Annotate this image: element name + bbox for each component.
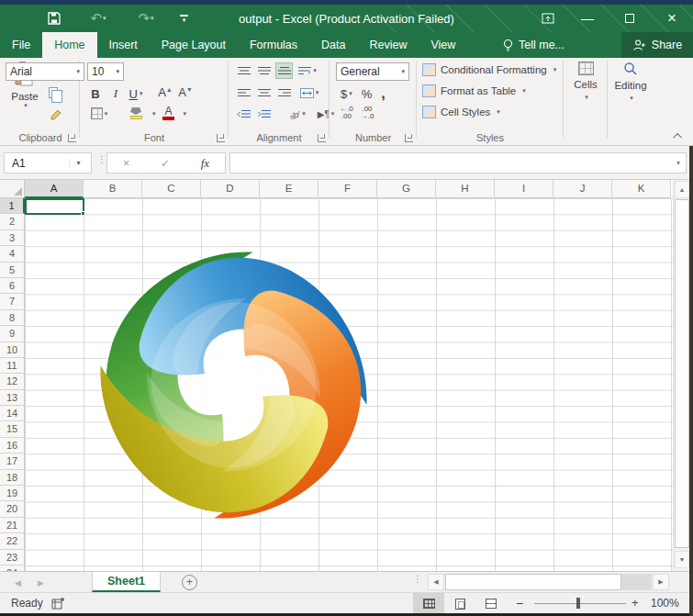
row-header[interactable]: 5: [0, 263, 25, 278]
row-header[interactable]: 10: [0, 342, 25, 358]
save-icon[interactable]: [40, 7, 68, 29]
formula-input[interactable]: [230, 156, 671, 170]
column-header[interactable]: H: [436, 180, 495, 198]
row-header[interactable]: 8: [0, 310, 25, 326]
decrease-decimal-button[interactable]: .00→.0: [361, 106, 374, 120]
font-color-button[interactable]: A: [160, 106, 178, 121]
active-cell-selection[interactable]: [25, 198, 84, 215]
alignment-dialog-launcher[interactable]: [318, 134, 326, 142]
zoom-in-button[interactable]: +: [632, 596, 639, 610]
row-header[interactable]: 16: [0, 438, 25, 454]
cells-button[interactable]: Cells ▾: [565, 62, 606, 131]
vertical-scroll-thumb[interactable]: [675, 199, 689, 548]
row-header[interactable]: 11: [0, 358, 25, 374]
select-all-corner[interactable]: [0, 180, 25, 198]
row-header[interactable]: 6: [0, 278, 25, 294]
fill-handle[interactable]: [81, 211, 85, 216]
zoom-slider-thumb[interactable]: [576, 598, 580, 609]
align-right-button[interactable]: [275, 84, 293, 101]
number-format-select[interactable]: General▾: [336, 62, 409, 81]
column-header[interactable]: J: [553, 180, 612, 198]
next-sheet-button[interactable]: ▶: [38, 578, 44, 588]
normal-view-button[interactable]: [413, 593, 444, 614]
bold-button[interactable]: B: [86, 84, 105, 103]
column-header[interactable]: E: [260, 180, 319, 198]
maximize-button[interactable]: [609, 5, 651, 32]
swirl-logo-image[interactable]: [85, 241, 382, 530]
row-header[interactable]: 2: [0, 214, 25, 230]
horizontal-scrollbar[interactable]: ◀ ▶: [428, 574, 671, 591]
row-header[interactable]: 1: [0, 198, 25, 214]
column-header[interactable]: D: [201, 180, 260, 198]
scroll-left-button[interactable]: ◀: [428, 574, 444, 590]
collapse-ribbon-button[interactable]: [671, 130, 686, 141]
macro-record-icon[interactable]: [51, 597, 65, 612]
ribbon-tab[interactable]: Insert: [97, 32, 150, 58]
scroll-up-button[interactable]: ▲: [675, 181, 689, 198]
tell-me-box[interactable]: Tell me...: [493, 32, 574, 58]
horizontal-scroll-thumb[interactable]: [445, 574, 621, 590]
row-header[interactable]: 19: [0, 486, 25, 501]
font-name-select[interactable]: Arial▾: [6, 62, 84, 81]
row-header[interactable]: 18: [0, 470, 25, 486]
row-header[interactable]: 23: [0, 550, 25, 566]
row-header[interactable]: 3: [0, 230, 25, 246]
wrap-text-button[interactable]: ▾: [296, 62, 319, 79]
ribbon-display-options-button[interactable]: [530, 5, 566, 32]
editing-button[interactable]: Editing ▾: [609, 62, 652, 131]
borders-button[interactable]: ▾: [86, 106, 112, 120]
increase-decimal-button[interactable]: ←.0.00: [340, 106, 353, 120]
cancel-entry-button[interactable]: ×: [123, 156, 130, 170]
new-sheet-button[interactable]: +: [182, 575, 197, 590]
page-break-view-button[interactable]: [475, 593, 507, 614]
zoom-level[interactable]: 100%: [651, 597, 679, 610]
format-painter-button[interactable]: [48, 106, 64, 123]
zoom-slider-track[interactable]: [534, 603, 626, 604]
center-button[interactable]: [255, 84, 273, 101]
row-header[interactable]: 4: [0, 246, 25, 262]
vertical-scrollbar[interactable]: ▲ ▼: [673, 180, 689, 571]
horizontal-scroll-track[interactable]: [445, 574, 652, 590]
top-align-button[interactable]: [235, 62, 252, 79]
ribbon-tab[interactable]: Formulas: [238, 32, 309, 58]
row-header[interactable]: 12: [0, 374, 25, 389]
column-header[interactable]: G: [377, 180, 436, 198]
insert-function-button[interactable]: fx: [201, 156, 209, 171]
row-header[interactable]: 9: [0, 326, 25, 342]
column-header[interactable]: A: [25, 180, 84, 198]
decrease-font-size-button[interactable]: A▼: [176, 84, 195, 103]
enter-entry-button[interactable]: ✓: [161, 157, 170, 170]
merge-center-button[interactable]: ▾: [296, 84, 323, 101]
ribbon-tab[interactable]: View: [419, 32, 467, 58]
decrease-indent-button[interactable]: [235, 106, 252, 122]
minimize-button[interactable]: —: [566, 5, 609, 32]
sheet-tab-active[interactable]: Sheet1: [92, 572, 161, 592]
ribbon-tab[interactable]: Page Layout: [150, 32, 238, 58]
text-direction-button[interactable]: ▶¶▾: [312, 106, 340, 122]
row-header[interactable]: 20: [0, 501, 25, 517]
column-header[interactable]: I: [495, 180, 553, 198]
increase-font-size-button[interactable]: A▲: [156, 84, 174, 103]
column-header[interactable]: K: [612, 180, 671, 198]
ribbon-tab[interactable]: Review: [357, 32, 419, 58]
ribbon-tab[interactable]: Data: [309, 32, 357, 58]
italic-button[interactable]: I: [106, 84, 125, 103]
row-header[interactable]: 21: [0, 518, 25, 533]
row-header[interactable]: 13: [0, 390, 25, 406]
name-box-dropdown-icon[interactable]: ▾: [69, 159, 87, 167]
column-header[interactable]: F: [319, 180, 377, 198]
percent-style-button[interactable]: %: [361, 86, 374, 102]
font-dialog-launcher[interactable]: [217, 134, 225, 142]
share-button[interactable]: Share: [621, 32, 693, 58]
copy-button[interactable]: ▾: [48, 84, 64, 101]
fill-color-button[interactable]: [125, 106, 147, 120]
orientation-button[interactable]: ab▾: [284, 106, 309, 122]
previous-sheet-button[interactable]: ◀: [15, 578, 21, 588]
align-left-button[interactable]: [235, 84, 252, 101]
close-button[interactable]: ×: [651, 5, 693, 32]
row-header[interactable]: 22: [0, 533, 25, 549]
undo-button[interactable]: ↶▾: [84, 7, 112, 29]
font-size-select[interactable]: 10▾: [87, 62, 124, 81]
zoom-out-button[interactable]: −: [516, 596, 523, 610]
number-dialog-launcher[interactable]: [405, 134, 413, 142]
